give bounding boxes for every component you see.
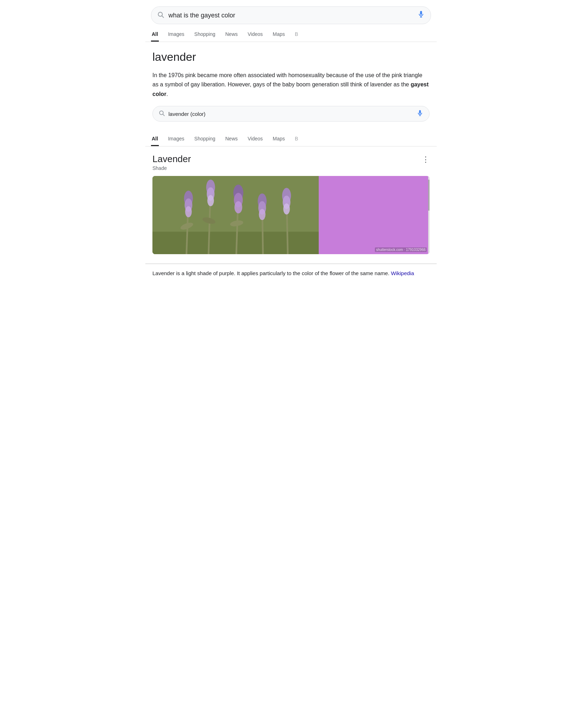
inner-search-input[interactable] — [168, 111, 413, 117]
answer-body-pre: In the 1970s pink became more often asso… — [152, 72, 422, 87]
inner-tab-shopping[interactable]: Shopping — [194, 132, 216, 146]
svg-point-22 — [259, 209, 266, 220]
tab-all[interactable]: All — [151, 28, 159, 42]
kp-description: Lavender is a light shade of purple. It … — [145, 264, 437, 285]
tab-maps[interactable]: Maps — [272, 28, 286, 42]
answer-body: In the 1970s pink became more often asso… — [152, 71, 430, 99]
kp-subtitle: Shade — [152, 165, 430, 171]
lavender-color-swatch: shutterstock.com · 1791032966 — [319, 176, 430, 254]
kp-title: Lavender — [152, 154, 191, 165]
kp-header: Lavender ⋮ — [152, 154, 430, 165]
scroll-thumb — [428, 180, 430, 211]
svg-line-1 — [162, 16, 164, 17]
inner-tab-all[interactable]: All — [151, 132, 159, 146]
svg-point-25 — [283, 203, 290, 214]
inner-mic-icon[interactable] — [416, 109, 424, 118]
inner-tab-images[interactable]: Images — [167, 132, 185, 146]
lavender-photo — [152, 176, 319, 254]
svg-rect-5 — [152, 232, 319, 254]
answer-section: lavender In the 1970s pink became more o… — [145, 42, 437, 132]
kp-description-pre: Lavender is a light shade of purple. It … — [152, 270, 391, 276]
image-source-label: shutterstock.com · 1791032966 — [375, 247, 427, 252]
inner-search-container — [152, 106, 430, 122]
search-icon — [157, 11, 164, 20]
search-input[interactable] — [168, 12, 413, 19]
svg-point-13 — [185, 206, 192, 217]
inner-tab-videos[interactable]: Videos — [247, 132, 264, 146]
svg-line-3 — [163, 114, 164, 116]
tab-more[interactable]: B — [294, 28, 299, 42]
image-strip: shutterstock.com · 1791032966 — [152, 176, 430, 254]
mic-icon[interactable] — [417, 10, 425, 20]
inner-tab-maps[interactable]: Maps — [272, 132, 286, 146]
outer-tabs: All Images Shopping News Videos Maps B — [145, 28, 437, 42]
answer-body-post: . — [166, 91, 168, 97]
scroll-indicator[interactable] — [428, 176, 430, 254]
svg-point-19 — [235, 201, 242, 213]
kp-more-options[interactable]: ⋮ — [422, 155, 430, 164]
answer-title: lavender — [152, 50, 430, 64]
inner-tab-more[interactable]: B — [294, 132, 299, 146]
search-bar-section — [145, 0, 437, 28]
tab-shopping[interactable]: Shopping — [194, 28, 216, 42]
knowledge-panel: Lavender ⋮ Shade — [145, 146, 437, 263]
inner-search-icon — [158, 110, 165, 118]
search-bar[interactable] — [151, 6, 431, 24]
inner-tab-news[interactable]: News — [225, 132, 238, 146]
tab-images[interactable]: Images — [167, 28, 185, 42]
svg-point-16 — [207, 195, 214, 206]
inner-search-bar[interactable] — [152, 106, 430, 122]
flower-overlay — [152, 176, 319, 254]
inner-tabs: All Images Shopping News Videos Maps B — [145, 132, 437, 146]
tab-videos[interactable]: Videos — [247, 28, 264, 42]
tab-news[interactable]: News — [225, 28, 238, 42]
wikipedia-link[interactable]: Wikipedia — [391, 270, 414, 276]
